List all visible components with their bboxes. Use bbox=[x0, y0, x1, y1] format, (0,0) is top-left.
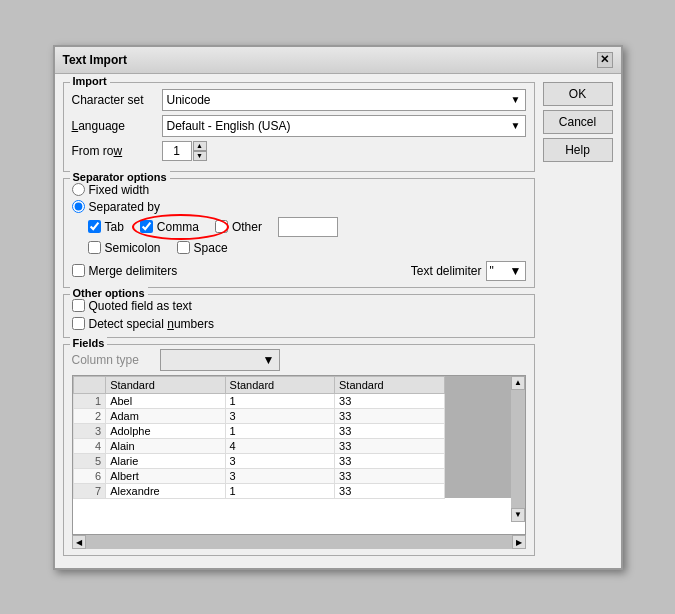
scroll-down-arrow[interactable]: ▼ bbox=[511, 508, 525, 522]
data-table-wrap: Standard Standard Standard 1Abel1332Adam… bbox=[72, 375, 526, 535]
fixed-width-radio[interactable] bbox=[72, 183, 85, 196]
dialog-title: Text Import bbox=[63, 53, 127, 67]
other-options-label: Other options bbox=[70, 287, 148, 299]
semicolon-checkbox[interactable] bbox=[88, 241, 101, 254]
col-header-3: Standard bbox=[335, 376, 444, 393]
language-value: Default - English (USA) bbox=[167, 119, 291, 133]
other-label[interactable]: Other bbox=[232, 220, 262, 234]
separated-by-radio[interactable] bbox=[72, 200, 85, 213]
text-delim-row: Text delimiter " ▼ bbox=[411, 261, 526, 281]
space-checkbox[interactable] bbox=[177, 241, 190, 254]
merge-check-row: Merge delimiters bbox=[72, 264, 178, 278]
column-type-label: Column type bbox=[72, 353, 152, 367]
separator-group-label: Separator options bbox=[70, 171, 170, 183]
table-row: 3Adolphe133 bbox=[73, 423, 524, 438]
main-content: Import Character set Unicode ▼ Language … bbox=[63, 82, 535, 560]
comma-check-row: Comma bbox=[140, 220, 199, 234]
fixed-width-row: Fixed width bbox=[72, 183, 526, 197]
import-group: Import Character set Unicode ▼ Language … bbox=[63, 82, 535, 172]
other-options-group: Other options Quoted field as text Detec… bbox=[63, 294, 535, 338]
detect-numbers-row: Detect special numbers bbox=[72, 317, 526, 331]
semicolon-label[interactable]: Semicolon bbox=[105, 241, 161, 255]
comma-label[interactable]: Comma bbox=[157, 220, 199, 234]
merge-checkbox[interactable] bbox=[72, 264, 85, 277]
text-delim-select[interactable]: " ▼ bbox=[486, 261, 526, 281]
help-button[interactable]: Help bbox=[543, 138, 613, 162]
text-delim-label: Text delimiter bbox=[411, 264, 482, 278]
side-buttons: OK Cancel Help bbox=[543, 82, 613, 560]
col-header-2: Standard bbox=[225, 376, 334, 393]
scroll-track bbox=[511, 390, 525, 508]
text-delim-arrow: ▼ bbox=[510, 264, 522, 278]
quoted-field-row: Quoted field as text bbox=[72, 299, 526, 313]
tab-label[interactable]: Tab bbox=[105, 220, 124, 234]
character-set-select[interactable]: Unicode ▼ bbox=[162, 89, 526, 111]
spinner-buttons: ▲ ▼ bbox=[193, 141, 207, 161]
space-check-row: Space bbox=[177, 241, 228, 255]
spinner-down[interactable]: ▼ bbox=[193, 151, 207, 161]
space-label[interactable]: Space bbox=[194, 241, 228, 255]
from-row-row: From row ▲ ▼ bbox=[72, 141, 526, 161]
hscroll-right-arrow[interactable]: ▶ bbox=[512, 535, 526, 549]
hscroll-track bbox=[86, 535, 512, 549]
quoted-field-checkbox[interactable] bbox=[72, 299, 85, 312]
cancel-button[interactable]: Cancel bbox=[543, 110, 613, 134]
separated-by-label[interactable]: Separated by bbox=[89, 200, 160, 214]
separated-by-row: Separated by bbox=[72, 200, 526, 214]
language-arrow: ▼ bbox=[511, 120, 521, 131]
horizontal-scrollbar[interactable]: ◀ ▶ bbox=[72, 535, 526, 549]
comma-checkbox[interactable] bbox=[140, 220, 153, 233]
detect-numbers-checkbox[interactable] bbox=[72, 317, 85, 330]
language-row: Language Default - English (USA) ▼ bbox=[72, 115, 526, 137]
from-row-input[interactable] bbox=[162, 141, 192, 161]
titlebar: Text Import ✕ bbox=[55, 47, 621, 74]
character-set-arrow: ▼ bbox=[511, 94, 521, 105]
detect-numbers-label[interactable]: Detect special numbers bbox=[89, 317, 214, 331]
quoted-field-label[interactable]: Quoted field as text bbox=[89, 299, 192, 313]
vertical-scrollbar[interactable]: ▲ ▼ bbox=[511, 376, 525, 522]
character-set-row: Character set Unicode ▼ bbox=[72, 89, 526, 111]
col-header-num bbox=[73, 376, 106, 393]
close-button[interactable]: ✕ bbox=[597, 52, 613, 68]
column-type-row: Column type ▼ bbox=[72, 349, 526, 371]
text-import-dialog: Text Import ✕ Import Character set Unico… bbox=[53, 45, 623, 570]
fields-group-label: Fields bbox=[70, 337, 108, 349]
table-row: 2Adam333 bbox=[73, 408, 524, 423]
scroll-up-arrow[interactable]: ▲ bbox=[511, 376, 525, 390]
table-row: 1Abel133 bbox=[73, 393, 524, 408]
col-header-1: Standard bbox=[106, 376, 225, 393]
other-text-input[interactable] bbox=[278, 217, 338, 237]
data-table: Standard Standard Standard 1Abel1332Adam… bbox=[73, 376, 525, 499]
semicolon-check-row: Semicolon bbox=[88, 241, 161, 255]
text-delim-value: " bbox=[490, 264, 494, 278]
table-row: 5Alarie333 bbox=[73, 453, 524, 468]
table-row: 4Alain433 bbox=[73, 438, 524, 453]
column-type-arrow: ▼ bbox=[263, 353, 275, 367]
hscroll-left-arrow[interactable]: ◀ bbox=[72, 535, 86, 549]
tab-check-row: Tab bbox=[88, 220, 124, 234]
import-group-label: Import bbox=[70, 75, 110, 87]
merge-label[interactable]: Merge delimiters bbox=[89, 264, 178, 278]
table-row: 6Albert333 bbox=[73, 468, 524, 483]
tab-checkbox[interactable] bbox=[88, 220, 101, 233]
fixed-width-label[interactable]: Fixed width bbox=[89, 183, 150, 197]
language-label: Language bbox=[72, 119, 162, 133]
separator-group: Separator options Fixed width Separated … bbox=[63, 178, 535, 288]
from-row-spinner: ▲ ▼ bbox=[162, 141, 207, 161]
ok-button[interactable]: OK bbox=[543, 82, 613, 106]
spinner-up[interactable]: ▲ bbox=[193, 141, 207, 151]
character-set-value: Unicode bbox=[167, 93, 211, 107]
fields-group: Fields Column type ▼ Standard bbox=[63, 344, 535, 556]
table-row: 7Alexandre133 bbox=[73, 483, 524, 498]
language-select[interactable]: Default - English (USA) ▼ bbox=[162, 115, 526, 137]
column-type-select[interactable]: ▼ bbox=[160, 349, 280, 371]
from-row-label: From row bbox=[72, 144, 162, 158]
character-set-label: Character set bbox=[72, 93, 162, 107]
